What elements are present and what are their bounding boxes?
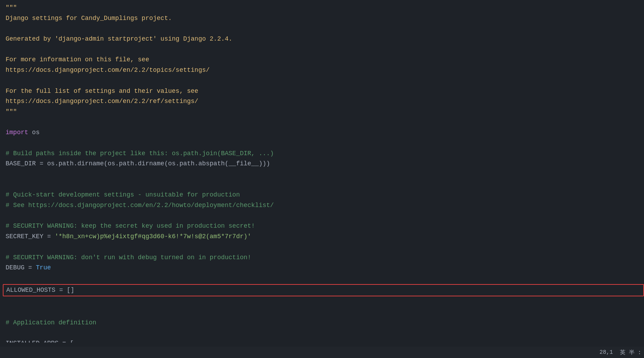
- line-6: For more information on this file, see: [3, 55, 644, 65]
- line-11: """: [3, 107, 644, 117]
- line-debug: DEBUG = True: [3, 263, 644, 273]
- line-empty-18: [3, 273, 644, 284]
- line-1: """: [3, 3, 644, 13]
- line-empty-21: [3, 328, 644, 338]
- line-7: https://docs.djangoproject.com/en/2.2/to…: [3, 65, 644, 76]
- line-10: https://docs.djangoproject.com/en/2.2/re…: [3, 96, 644, 107]
- line-empty-19: [3, 297, 644, 307]
- line-3: [3, 23, 644, 34]
- line-empty-14: [3, 169, 644, 180]
- line-comment-debug: # SECURITY WARNING: don't run with debug…: [3, 253, 644, 263]
- line-allowed-hosts: ALLOWED_HOSTS = []: [3, 284, 644, 297]
- line-comment-quickstart: # Quick-start development settings - uns…: [3, 190, 644, 200]
- line-comment-see: # See https://docs.djangoproject.com/en/…: [3, 200, 644, 211]
- code-area[interactable]: """ Django settings for Candy_Dumplings …: [3, 3, 644, 343]
- line-comment-security1: # SECURITY WARNING: keep the secret key …: [3, 221, 644, 232]
- line-8: [3, 76, 644, 86]
- line-empty-20: [3, 307, 644, 318]
- line-comment-appdef: # Application definition: [3, 318, 644, 328]
- line-2: Django settings for Candy_Dumplings proj…: [3, 13, 644, 24]
- line-secretkey: SECRET_KEY = '*h8n_xn+cw)p%ej4ixtgf#qg3d…: [3, 232, 644, 242]
- line-basedir: BASE_DIR = os.path.dirname(os.path.dirna…: [3, 159, 644, 169]
- line-empty-16: [3, 211, 644, 221]
- line-12: [3, 117, 644, 128]
- encoding-status: 英 半 :: [620, 349, 641, 356]
- line-9: For the full list of settings and their …: [3, 86, 644, 97]
- cursor-position: 28,1: [600, 349, 613, 356]
- line-empty-17: [3, 242, 644, 253]
- line-empty-13: [3, 138, 644, 149]
- line-import: import os: [3, 128, 644, 138]
- editor-container: """ Django settings for Candy_Dumplings …: [0, 0, 644, 358]
- line-comment-build: # Build paths inside the project like th…: [3, 149, 644, 159]
- line-4: Generated by 'django-admin startproject'…: [3, 34, 644, 44]
- line-5: [3, 44, 644, 55]
- status-bar: 28,1 英 半 :: [0, 347, 644, 358]
- line-installed-apps: INSTALLED_APPS = [: [3, 338, 644, 343]
- line-empty-15: [3, 180, 644, 190]
